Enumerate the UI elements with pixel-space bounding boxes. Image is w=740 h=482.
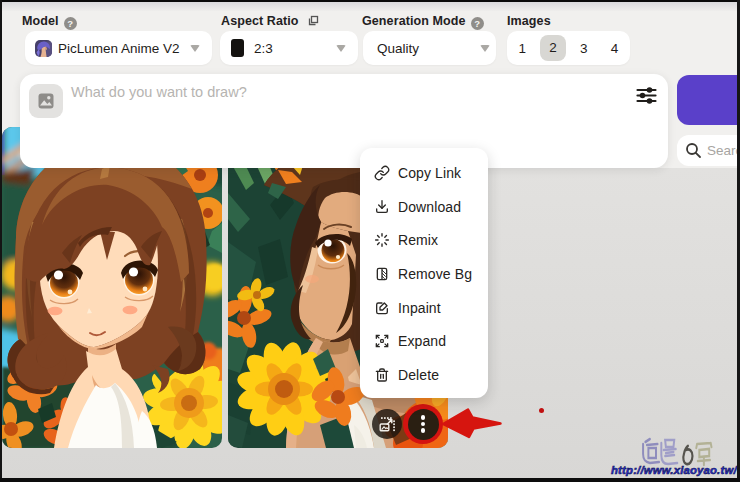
svg-text:http://www.xiaoyao.tw/: http://www.xiaoyao.tw/ [611,464,738,476]
